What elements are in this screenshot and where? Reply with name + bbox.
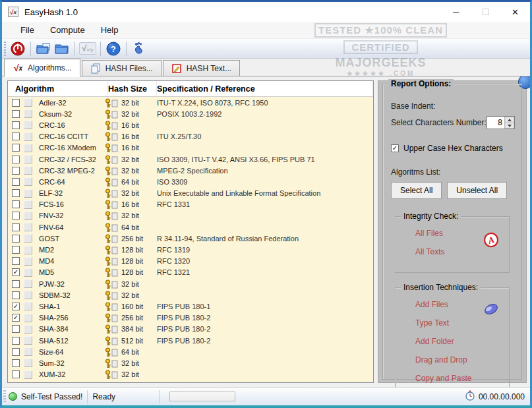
open-folder-button[interactable] [53, 40, 71, 57]
table-row[interactable]: ✓SHA-1160 bitFIPS PUB 180-1 [8, 301, 373, 312]
row-detail-button[interactable] [24, 246, 32, 254]
row-detail-button[interactable] [24, 336, 32, 345]
row-detail-button[interactable] [24, 234, 32, 243]
col-hash-size[interactable]: Hash Size [108, 81, 157, 96]
row-detail-button[interactable] [24, 314, 32, 322]
exit-button[interactable] [9, 40, 27, 57]
type-text-link[interactable]: Type Text [415, 318, 502, 328]
row-detail-button[interactable] [24, 268, 32, 277]
table-row[interactable]: CRC-1616 bit [8, 119, 373, 131]
table-row[interactable]: ✓MD5128 bitRFC 1321 [8, 267, 373, 278]
table-row[interactable]: Adler-3232 bitITU-T X.224, ISO 8073, RFC… [8, 97, 373, 108]
algorithm-checkbox[interactable] [12, 99, 20, 107]
table-row[interactable]: CRC-32 MPEG-232 bitMPEG-2 Specification [8, 165, 373, 176]
row-detail-button[interactable] [24, 98, 32, 107]
table-row[interactable]: CRC-16 XModem16 bit [8, 142, 373, 154]
algorithm-checkbox[interactable] [12, 223, 20, 231]
algorithm-checkbox[interactable] [12, 178, 20, 186]
row-detail-button[interactable] [24, 279, 32, 288]
row-detail-button[interactable] [24, 132, 32, 141]
algorithm-checkbox[interactable] [12, 144, 20, 152]
table-row[interactable]: SHA-512512 bitFIPS PUB 180-2 [8, 335, 373, 346]
table-row[interactable]: SHA-384384 bitFIPS PUB 180-2 [8, 324, 373, 335]
tab-hash-text[interactable]: HASH Text... [163, 60, 240, 76]
row-detail-button[interactable] [24, 166, 32, 175]
table-row[interactable]: MD4128 bitRFC 1320 [8, 256, 373, 267]
algorithm-checkbox[interactable] [12, 359, 20, 367]
table-row[interactable]: XUM-3232 bit [8, 369, 373, 380]
algorithm-checkbox[interactable] [12, 212, 20, 219]
col-specification[interactable]: Specification / Reference [157, 81, 373, 96]
algorithm-checkbox[interactable] [12, 132, 20, 140]
col-algorithm[interactable]: Algorithm [15, 81, 108, 96]
spinner-down-icon[interactable] [505, 123, 514, 129]
menu-help[interactable]: Help [93, 22, 127, 38]
row-detail-button[interactable] [24, 144, 32, 152]
table-row[interactable]: Sum-3232 bit [8, 357, 373, 368]
menu-file[interactable]: File [13, 22, 42, 38]
table-row[interactable]: PJW-3232 bit [8, 278, 373, 289]
tab-algorithms[interactable]: √x Algorithms... [4, 59, 80, 76]
select-all-button[interactable]: Select All [391, 182, 442, 199]
row-detail-button[interactable] [24, 177, 32, 186]
algorithm-checkbox[interactable] [12, 348, 20, 356]
row-detail-button[interactable] [24, 325, 32, 334]
row-detail-button[interactable] [24, 359, 32, 367]
algorithm-checkbox[interactable] [12, 337, 20, 345]
menu-compute[interactable]: Compute [42, 22, 93, 38]
algorithm-checkbox[interactable] [12, 325, 20, 333]
table-row[interactable]: MD2128 bitRFC 1319 [8, 244, 373, 255]
table-row[interactable]: FNV-6464 bit [8, 221, 373, 233]
algorithm-checkbox[interactable] [12, 257, 20, 265]
table-row[interactable]: FCS-1616 bitRFC 1331 [8, 199, 373, 210]
row-detail-button[interactable] [24, 189, 32, 198]
open-files-button[interactable] [34, 40, 53, 57]
row-detail-button[interactable] [24, 257, 32, 266]
table-row[interactable]: GOST256 bitR 34.11-94, Standard of Russi… [8, 233, 373, 244]
table-row[interactable]: FNV-3232 bit [8, 210, 373, 221]
algorithm-checkbox[interactable]: ✓ [12, 268, 20, 276]
row-detail-button[interactable] [24, 121, 32, 129]
row-detail-button[interactable] [24, 223, 32, 231]
row-detail-button[interactable] [24, 109, 32, 118]
algorithm-checkbox[interactable] [12, 200, 20, 208]
algorithm-checkbox[interactable]: ✓ [12, 314, 20, 322]
row-detail-button[interactable] [24, 370, 32, 379]
minimize-button[interactable]: ─ [441, 2, 471, 22]
algorithm-checkbox[interactable]: ✓ [12, 303, 20, 310]
close-button[interactable]: ✕ [500, 2, 530, 22]
row-detail-button[interactable] [24, 291, 32, 299]
table-row[interactable]: ✓SHA-256256 bitFIPS PUB 180-2 [8, 312, 373, 324]
tab-hash-files[interactable]: HASH Files... [82, 60, 162, 76]
algorithm-checkbox[interactable] [12, 246, 20, 254]
uppercase-checkbox[interactable]: ✓ [391, 144, 399, 152]
row-detail-button[interactable] [24, 212, 32, 220]
spinner-up-icon[interactable] [505, 117, 514, 123]
table-row[interactable]: Cksum-3232 bitPOSIX 1003.2-1992 [8, 108, 373, 119]
algorithm-checkbox[interactable] [12, 156, 20, 163]
unselect-all-button[interactable]: Unselect All [447, 182, 507, 199]
row-detail-button[interactable] [24, 155, 32, 163]
algorithm-checkbox[interactable] [12, 370, 20, 378]
drag-and-drop-link[interactable]: Drag and Drop [415, 355, 502, 364]
chars-number-spinner[interactable]: 8 [487, 116, 515, 129]
algorithm-checkbox[interactable] [12, 110, 20, 118]
table-row[interactable]: Size-6464 bit [8, 346, 373, 357]
add-folder-link[interactable]: Add Folder [415, 337, 502, 346]
algorithm-checkbox[interactable] [12, 189, 20, 197]
row-detail-button[interactable] [24, 302, 32, 310]
algorithm-checkbox[interactable] [12, 167, 20, 175]
help-button[interactable]: ? [104, 40, 123, 57]
algorithm-checkbox[interactable] [12, 121, 20, 129]
about-button[interactable] [130, 40, 148, 57]
row-detail-button[interactable] [24, 347, 32, 356]
copy-and-paste-link[interactable]: Copy and Paste [415, 374, 502, 383]
algorithm-checkbox[interactable] [12, 280, 20, 288]
chars-number-value[interactable]: 8 [487, 117, 504, 129]
table-row[interactable]: CRC-16 CCITT16 bitITU X.25/T.30 [8, 131, 373, 142]
row-detail-button[interactable] [24, 200, 32, 209]
algorithm-checkbox[interactable] [12, 291, 20, 299]
table-row[interactable]: SDBM-3232 bit [8, 289, 373, 301]
algorithm-checkbox[interactable] [12, 235, 20, 243]
table-row[interactable]: CRC-32 / FCS-3232 bitISO 3309, ITU-T V.4… [8, 154, 373, 165]
